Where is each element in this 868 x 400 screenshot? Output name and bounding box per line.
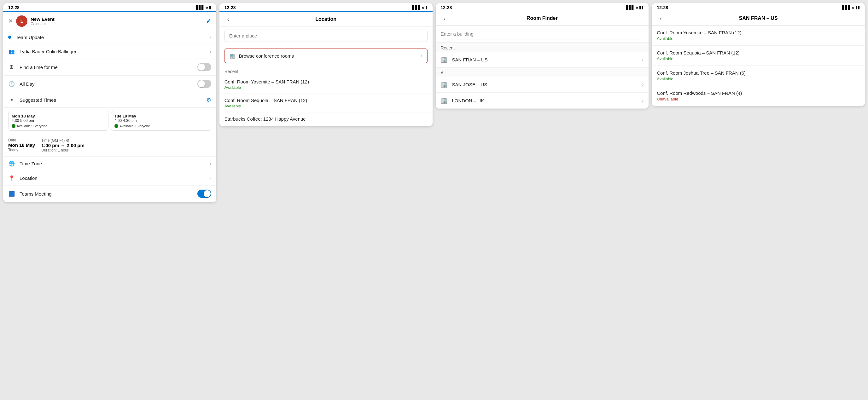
browse-conference-button[interactable]: 🏢 Browse conference rooms › xyxy=(224,48,428,63)
building-item-sanfran[interactable]: 🏢 SAN FRAN – US › xyxy=(436,52,649,68)
room-status-joshua: Available xyxy=(657,76,860,81)
signal-icon: ▋▋▋ xyxy=(412,5,421,10)
gear-icon: ⚙ xyxy=(66,138,70,143)
recent-item-1[interactable]: Conf. Room Yosemite – SAN FRAN (12) Avai… xyxy=(219,75,433,94)
globe-icon: 🌐 xyxy=(8,161,15,167)
chevron-icon: › xyxy=(642,98,644,103)
browse-label: Browse conference rooms xyxy=(239,53,417,59)
room-name-redwoods: Conf. Room Redwoods – SAN FRAN (4) xyxy=(657,90,860,96)
slot2-avail: Available: Everyone xyxy=(120,124,150,128)
location-label: Location xyxy=(20,175,205,181)
recent-item-2[interactable]: Conf. Room Sequoia – SAN FRAN (12) Avail… xyxy=(219,94,433,112)
back-icon[interactable]: ‹ xyxy=(440,14,449,23)
suggested-times-row[interactable]: ✦ Suggested Times ⚙ xyxy=(3,92,216,108)
screen1-new-event: 12:28 ▋▋▋ ⌾ ▮ ✕ L New Event Calendar ✓ T… xyxy=(3,3,216,202)
date-value: Mon 18 May xyxy=(8,142,35,148)
screen1-header: ✕ L New Event Calendar ✓ xyxy=(3,12,216,30)
status-time-3: 12:28 xyxy=(441,5,452,10)
slot1-date: Mon 18 May xyxy=(12,114,105,119)
team-update-row[interactable]: Team Update › xyxy=(3,30,216,44)
date-label: Date xyxy=(8,138,35,142)
sanfran-title: SAN FRAN – US xyxy=(665,15,851,21)
time-slot-2[interactable]: Tue 19 May 4:00-4:30 pm Available: Every… xyxy=(111,111,211,131)
chevron-icon: › xyxy=(209,49,211,55)
team-update-label: Team Update xyxy=(16,35,205,40)
location-icon: 📍 xyxy=(8,175,15,181)
sanfran-topbar: ‹ SAN FRAN – US xyxy=(652,11,865,26)
date-time-section: Date Mon 18 May Today Time (GMT-4) ⚙ 1:0… xyxy=(3,134,216,157)
all-day-label: All Day xyxy=(20,81,193,87)
room-name-1: Conf. Room Yosemite – SAN FRAN (12) xyxy=(224,79,428,85)
dot-icon xyxy=(8,36,11,39)
wifi-icon: ⌾ xyxy=(422,5,424,10)
slot1-time: 4:30-5:00 pm xyxy=(12,119,105,123)
status-icons-4: ▋▋▋ ⌾ ▮▮ xyxy=(842,5,860,10)
room-item-4[interactable]: Conf. Room Redwoods – SAN FRAN (4) Unava… xyxy=(652,86,865,106)
find-time-row[interactable]: 🗓 Find a time for me xyxy=(3,59,216,76)
all-section-header: All xyxy=(436,68,649,76)
chevron-icon: › xyxy=(642,81,644,87)
all-day-toggle[interactable] xyxy=(197,80,211,88)
time-slot-1[interactable]: Mon 18 May 4:30-5:00 pm Available: Every… xyxy=(8,111,108,131)
slot1-avail: Available: Everyone xyxy=(17,124,47,128)
room-name-yosemite: Conf. Room Yosemite – SAN FRAN (12) xyxy=(657,30,860,35)
room-status-sequoia: Available xyxy=(657,56,860,61)
room-item-3[interactable]: Conf. Room Joshua Tree – SAN FRAN (6) Av… xyxy=(652,66,865,86)
building-search-input[interactable] xyxy=(441,29,644,39)
avail-dot-2 xyxy=(115,124,118,128)
signal-icon: ▋▋▋ xyxy=(626,5,634,10)
room-name-3: Starbucks Coffee: 1234 Happy Avenue xyxy=(224,116,428,122)
timezone-label: Time Zone xyxy=(20,161,205,166)
teams-row[interactable]: 🟦 Teams Meeting xyxy=(3,186,216,202)
building-icon: 🏢 xyxy=(229,53,236,59)
all-day-row[interactable]: 🕐 All Day xyxy=(3,76,216,92)
find-time-label: Find a time for me xyxy=(20,65,193,70)
chevron-icon: › xyxy=(209,175,211,181)
room-status-1: Available xyxy=(224,85,428,90)
chevron-icon: › xyxy=(209,161,211,167)
slot2-date: Tue 19 May xyxy=(115,114,208,119)
timezone-row[interactable]: 🌐 Time Zone › xyxy=(3,157,216,171)
location-search-row xyxy=(219,27,433,45)
location-row[interactable]: 📍 Location › xyxy=(3,171,216,186)
filter-icon: ⚙ xyxy=(206,96,211,103)
location-title: Location xyxy=(233,16,419,22)
room-status-redwoods: Unavailable xyxy=(657,97,860,101)
date-sub: Today xyxy=(8,148,35,152)
room-name-sequoia: Conf. Room Sequoia – SAN FRAN (12) xyxy=(657,50,860,56)
building-icon-1: 🏢 xyxy=(441,56,448,63)
signal-icon: ▋▋▋ xyxy=(842,5,851,10)
building-name-3: LONDON – UK xyxy=(452,98,638,103)
battery-icon: ▮▮ xyxy=(639,5,644,10)
time-value: 1:00 pm → 2:00 pm xyxy=(41,143,85,148)
event-title: New Event xyxy=(31,16,55,22)
building-item-london[interactable]: 🏢 LONDON – UK › xyxy=(436,93,649,109)
attendees-row[interactable]: 👥 Lydia Bauer Colin Ballinger › xyxy=(3,44,216,59)
suggested-times-slots: Mon 18 May 4:30-5:00 pm Available: Every… xyxy=(3,108,216,134)
room-status-yosemite: Available xyxy=(657,36,860,41)
back-icon[interactable]: ‹ xyxy=(224,15,233,24)
building-name-1: SAN FRAN – US xyxy=(452,57,638,62)
battery-icon: ▮▮ xyxy=(856,5,860,10)
status-time-4: 12:28 xyxy=(657,5,668,10)
close-icon[interactable]: ✕ xyxy=(8,18,13,25)
wifi-icon: ⌾ xyxy=(852,5,854,10)
find-time-toggle[interactable] xyxy=(197,63,211,71)
status-time-2: 12:28 xyxy=(224,5,236,10)
room-name-joshua: Conf. Room Joshua Tree – SAN FRAN (6) xyxy=(657,70,860,76)
wand-icon: ✦ xyxy=(8,97,15,103)
building-icon-2: 🏢 xyxy=(441,81,448,88)
building-item-sanjose[interactable]: 🏢 SAN JOSE – US › xyxy=(436,76,649,93)
room-item-1[interactable]: Conf. Room Yosemite – SAN FRAN (12) Avai… xyxy=(652,26,865,46)
status-icons-2: ▋▋▋ ⌾ ▮ xyxy=(412,5,428,10)
recent-item-3[interactable]: Starbucks Coffee: 1234 Happy Avenue xyxy=(219,112,433,126)
teams-toggle[interactable] xyxy=(197,190,211,198)
room-finder-title: Room Finder xyxy=(449,15,636,21)
room-item-2[interactable]: Conf. Room Sequoia – SAN FRAN (12) Avail… xyxy=(652,46,865,66)
location-search-input[interactable] xyxy=(224,30,428,42)
room-name-2: Conf. Room Sequoia – SAN FRAN (12) xyxy=(224,98,428,103)
back-icon[interactable]: ‹ xyxy=(656,14,665,23)
attendees-label: Lydia Bauer Colin Ballinger xyxy=(20,49,205,54)
check-icon[interactable]: ✓ xyxy=(206,17,211,25)
screen3-room-finder: 12:28 ▋▋▋ ⌾ ▮▮ ‹ Room Finder Recent 🏢 SA… xyxy=(436,3,649,109)
